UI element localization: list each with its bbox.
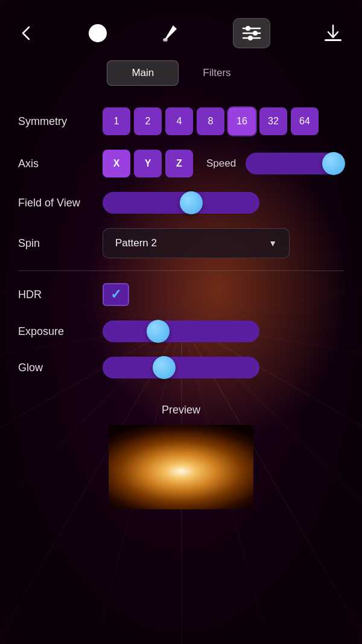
axis-btn-y[interactable]: Y bbox=[134, 150, 162, 177]
brush-button[interactable] bbox=[160, 23, 180, 43]
exposure-row: Exposure bbox=[0, 313, 362, 349]
sym-btn-2[interactable]: 2 bbox=[134, 107, 162, 135]
download-button[interactable] bbox=[322, 24, 344, 42]
hdr-label: HDR bbox=[18, 289, 103, 301]
sliders-button[interactable] bbox=[233, 18, 270, 48]
back-icon bbox=[18, 25, 35, 42]
fov-row: Field of View bbox=[0, 185, 362, 221]
svg-rect-8 bbox=[325, 39, 341, 41]
fov-label: Field of View bbox=[18, 197, 103, 209]
download-icon bbox=[322, 24, 344, 42]
exposure-slider[interactable] bbox=[103, 320, 259, 342]
hdr-controls: ✓ bbox=[103, 283, 344, 306]
symmetry-label: Symmetry bbox=[18, 115, 103, 128]
divider bbox=[18, 270, 344, 271]
svg-point-1 bbox=[163, 38, 168, 42]
glow-controls bbox=[103, 357, 344, 378]
axis-btn-z[interactable]: Z bbox=[165, 150, 193, 177]
hdr-row: HDR ✓ bbox=[0, 276, 362, 313]
speed-label: Speed bbox=[206, 158, 236, 170]
sym-btn-32[interactable]: 32 bbox=[259, 107, 287, 135]
sym-btn-64[interactable]: 64 bbox=[291, 107, 319, 135]
hdr-checkbox[interactable]: ✓ bbox=[103, 283, 129, 306]
svg-point-7 bbox=[248, 36, 253, 40]
spin-value: Pattern 2 bbox=[115, 237, 157, 249]
brush-icon bbox=[160, 23, 180, 43]
glow-thumb bbox=[153, 356, 176, 379]
svg-point-0 bbox=[89, 24, 107, 42]
spin-label: Spin bbox=[18, 237, 103, 250]
hdr-checkmark: ✓ bbox=[110, 287, 121, 302]
preview-image bbox=[109, 425, 253, 509]
tab-filters[interactable]: Filters bbox=[179, 60, 255, 86]
tab-main[interactable]: Main bbox=[107, 60, 179, 86]
top-nav bbox=[0, 0, 362, 54]
svg-point-5 bbox=[246, 26, 250, 31]
glow-slider[interactable] bbox=[103, 357, 259, 378]
speed-slider[interactable] bbox=[246, 153, 344, 174]
spin-arrow: ▼ bbox=[268, 238, 277, 248]
preview-label: Preview bbox=[162, 404, 200, 416]
circle-button[interactable] bbox=[87, 23, 108, 43]
fov-slider[interactable] bbox=[103, 192, 259, 214]
sym-btn-1[interactable]: 1 bbox=[103, 107, 130, 135]
sliders-icon bbox=[242, 25, 261, 42]
axis-row: Axis X Y Z Speed bbox=[0, 142, 362, 185]
exposure-controls bbox=[103, 320, 344, 342]
circle-icon bbox=[87, 23, 108, 43]
spin-dropdown[interactable]: Pattern 2 ▼ bbox=[103, 228, 290, 258]
glow-label: Glow bbox=[18, 362, 103, 374]
fov-controls bbox=[103, 192, 344, 214]
symmetry-row: Symmetry 1 2 4 8 16 32 64 bbox=[0, 100, 362, 142]
svg-point-6 bbox=[253, 31, 258, 36]
preview-section: Preview bbox=[0, 404, 362, 509]
axis-label: Axis bbox=[18, 158, 103, 170]
axis-controls: X Y Z Speed bbox=[103, 150, 344, 177]
glow-row: Glow bbox=[0, 349, 362, 386]
axis-btn-x[interactable]: X bbox=[103, 150, 130, 177]
fov-thumb bbox=[180, 191, 203, 214]
exposure-thumb bbox=[147, 320, 170, 343]
symmetry-controls: 1 2 4 8 16 32 64 bbox=[103, 107, 344, 135]
speed-thumb bbox=[322, 152, 345, 175]
spin-row: Spin Pattern 2 ▼ bbox=[0, 221, 362, 266]
sym-btn-8[interactable]: 8 bbox=[197, 107, 224, 135]
sym-btn-4[interactable]: 4 bbox=[165, 107, 193, 135]
exposure-label: Exposure bbox=[18, 325, 103, 338]
back-button[interactable] bbox=[18, 25, 35, 42]
tab-bar: Main Filters bbox=[0, 60, 362, 86]
sym-btn-16[interactable]: 16 bbox=[228, 107, 256, 135]
